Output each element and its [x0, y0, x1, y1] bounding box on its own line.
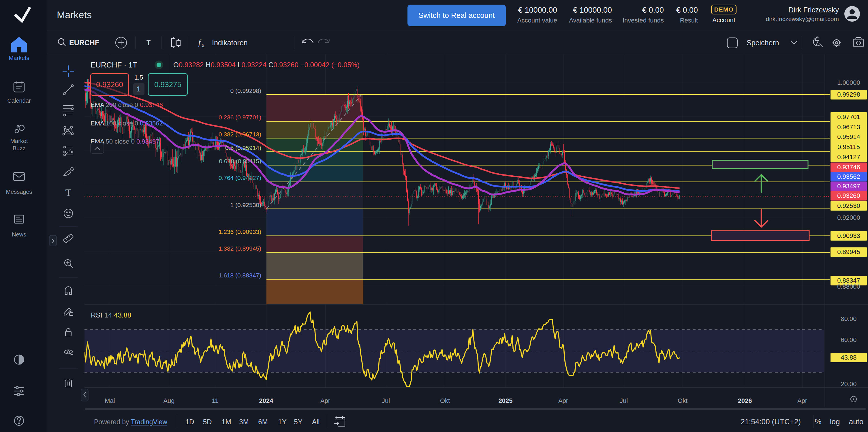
svg-text:f: f — [198, 38, 202, 47]
svg-text:0.95115: 0.95115 — [837, 143, 860, 151]
svg-text:1.618 (0.88347): 1.618 (0.88347) — [219, 272, 261, 279]
svg-text:%: % — [815, 417, 821, 426]
svg-text:0.5 (0.95914): 0.5 (0.95914) — [225, 145, 261, 151]
svg-text:All: All — [312, 418, 320, 426]
svg-text:3M: 3M — [239, 418, 249, 426]
svg-text:0 (0.99298): 0 (0.99298) — [230, 87, 261, 94]
svg-text:RSI 14 43.88: RSI 14 43.88 — [91, 311, 131, 319]
svg-text:EURCHF · 1T: EURCHF · 1T — [91, 61, 137, 69]
svg-text:News: News — [12, 231, 26, 238]
svg-text:0.764 (0.94127): 0.764 (0.94127) — [219, 175, 261, 181]
svg-text:0.93562: 0.93562 — [837, 173, 860, 180]
svg-text:2025: 2025 — [499, 397, 513, 404]
svg-text:11: 11 — [212, 397, 219, 404]
svg-text:x: x — [202, 43, 205, 48]
svg-text:1.5: 1.5 — [134, 74, 143, 81]
svg-text:0.94127: 0.94127 — [837, 153, 860, 161]
svg-text:0.93746: 0.93746 — [837, 163, 860, 171]
svg-text:0.96713: 0.96713 — [837, 123, 860, 131]
svg-text:80.00: 80.00 — [841, 315, 857, 322]
svg-text:0.93275: 0.93275 — [154, 80, 181, 89]
svg-text:43.88: 43.88 — [841, 354, 857, 361]
svg-text:Markets: Markets — [9, 55, 29, 61]
svg-text:Powered by TradingView: Powered by TradingView — [94, 418, 167, 426]
svg-text:Jul: Jul — [382, 397, 390, 404]
svg-text:EURCHF: EURCHF — [69, 39, 99, 47]
svg-text:Speichern: Speichern — [747, 39, 779, 47]
svg-text:Jul: Jul — [620, 397, 628, 404]
svg-text:log: log — [830, 417, 840, 426]
svg-text:0.618 (0.95115): 0.618 (0.95115) — [219, 158, 261, 164]
svg-text:Okt: Okt — [440, 397, 450, 404]
svg-text:auto: auto — [849, 417, 864, 426]
svg-text:0.97701: 0.97701 — [837, 113, 860, 121]
svg-text:1.00000: 1.00000 — [837, 79, 860, 86]
svg-text:Messages: Messages — [6, 189, 32, 195]
svg-text:1: 1 — [137, 85, 141, 93]
svg-text:60.00: 60.00 — [841, 336, 857, 343]
svg-text:0.92530: 0.92530 — [837, 202, 860, 209]
svg-text:1.382 (0.89945): 1.382 (0.89945) — [219, 245, 261, 252]
svg-text:0.93260: 0.93260 — [96, 80, 123, 89]
svg-text:0.93260: 0.93260 — [837, 192, 860, 199]
svg-text:Buzz: Buzz — [13, 145, 25, 151]
svg-text:Calendar: Calendar — [7, 97, 31, 104]
svg-text:Apr: Apr — [797, 397, 807, 404]
svg-text:EMA 200 close 0 0.93746: EMA 200 close 0 0.93746 — [91, 101, 163, 109]
svg-text:Market: Market — [10, 138, 28, 144]
svg-text:2024: 2024 — [259, 397, 274, 404]
svg-text:T: T — [147, 39, 151, 47]
svg-text:0.99298: 0.99298 — [837, 91, 860, 98]
svg-text:Okt: Okt — [678, 397, 687, 404]
svg-text:Apr: Apr — [558, 397, 568, 404]
svg-text:5Y: 5Y — [294, 418, 302, 426]
svg-text:1.236 (0.90933): 1.236 (0.90933) — [219, 228, 261, 235]
svg-text:0.88000: 0.88000 — [837, 283, 860, 290]
svg-text:0.382 (0.96713): 0.382 (0.96713) — [219, 131, 261, 137]
svg-text:1D: 1D — [185, 418, 194, 426]
svg-text:O0.93282 H0.93504 L0.93224 C0.: O0.93282 H0.93504 L0.93224 C0.93260 −0.0… — [173, 61, 360, 69]
svg-text:5D: 5D — [203, 418, 212, 426]
svg-text:Apr: Apr — [320, 397, 330, 404]
svg-text:1M: 1M — [221, 418, 231, 426]
svg-text:1Y: 1Y — [278, 418, 286, 426]
svg-text:1 (0.92530): 1 (0.92530) — [230, 202, 261, 208]
svg-text:Indikatoren: Indikatoren — [212, 39, 248, 47]
svg-text:EMA 100 close 0 0.93562: EMA 100 close 0 0.93562 — [91, 120, 163, 127]
svg-text:0.93497: 0.93497 — [837, 183, 860, 190]
svg-text:21:54:00 (UTC+2): 21:54:00 (UTC+2) — [741, 417, 801, 426]
svg-text:20.00: 20.00 — [841, 380, 857, 388]
svg-text:0.92000: 0.92000 — [837, 214, 860, 221]
svg-text:0.236 (0.97701): 0.236 (0.97701) — [219, 114, 261, 121]
svg-text:T: T — [65, 187, 71, 198]
svg-text:6M: 6M — [258, 418, 268, 426]
svg-text:Mai: Mai — [105, 397, 115, 404]
svg-text:2026: 2026 — [738, 397, 752, 404]
svg-text:Aug: Aug — [163, 397, 175, 404]
svg-text:0.90933: 0.90933 — [837, 232, 860, 239]
svg-text:0.95914: 0.95914 — [837, 133, 860, 141]
svg-text:0.89945: 0.89945 — [837, 248, 860, 255]
